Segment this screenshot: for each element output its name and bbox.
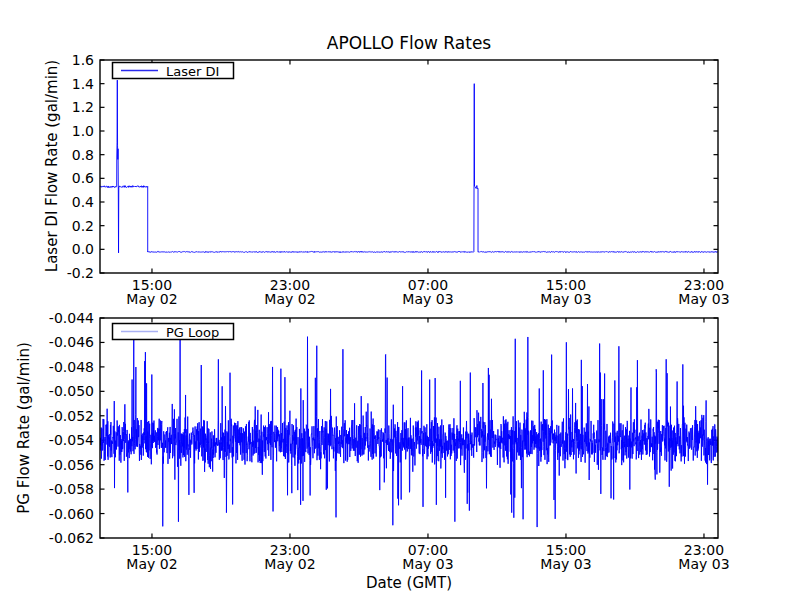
y-tick-label: -0.054 — [49, 432, 94, 448]
y-axis-label-laser-di: Laser DI Flow Rate (gal/min) — [43, 60, 61, 272]
y-tick-label: -0.060 — [49, 506, 94, 522]
y-tick-label: -0.044 — [49, 310, 94, 326]
y-tick-label: -0.052 — [49, 408, 94, 424]
x-tick-date-label: May 03 — [540, 556, 591, 572]
y-tick-label: 1.0 — [72, 123, 94, 139]
x-tick-date-label: May 03 — [540, 291, 591, 307]
y-axis-label-pg: PG Flow Rate (gal/min) — [15, 342, 33, 514]
axes-frame — [100, 60, 718, 273]
y-tick-label: -0.2 — [67, 265, 94, 281]
legend-pg-loop: PG Loop — [113, 324, 234, 340]
figure: 1.61.41.21.00.80.60.40.20.0-0.215:00May … — [0, 0, 800, 600]
y-tick-label: -0.050 — [49, 383, 94, 399]
x-tick-date-label: May 03 — [678, 556, 729, 572]
y-tick-label: 0.0 — [72, 241, 94, 257]
series-line-laser-di-subplot — [100, 80, 718, 253]
x-tick-date-label: May 02 — [126, 556, 177, 572]
y-tick-label: 1.4 — [72, 76, 94, 92]
chart-title: APOLLO Flow Rates — [327, 33, 492, 53]
y-tick-label: 1.6 — [72, 52, 94, 68]
x-tick-date-label: May 03 — [678, 291, 729, 307]
plots-layer: 1.61.41.21.00.80.60.40.20.0-0.215:00May … — [49, 52, 730, 572]
y-tick-label: -0.056 — [49, 457, 94, 473]
y-tick-label: 0.2 — [72, 218, 94, 234]
x-tick-date-label: May 02 — [264, 291, 315, 307]
y-tick-label: -0.062 — [49, 530, 94, 546]
legend-label: PG Loop — [166, 325, 219, 340]
y-tick-label: -0.046 — [49, 334, 94, 350]
y-tick-label: -0.048 — [49, 359, 94, 375]
x-tick-date-label: May 02 — [264, 556, 315, 572]
y-tick-label: 0.6 — [72, 170, 94, 186]
x-tick-date-label: May 02 — [126, 291, 177, 307]
y-tick-label: 1.2 — [72, 99, 94, 115]
x-tick-date-label: May 03 — [402, 291, 453, 307]
plot-canvas: 1.61.41.21.00.80.60.40.20.0-0.215:00May … — [0, 0, 800, 600]
legend-label: Laser DI — [166, 64, 219, 79]
y-tick-label: 0.8 — [72, 147, 94, 163]
y-tick-label: -0.058 — [49, 481, 94, 497]
x-tick-date-label: May 03 — [402, 556, 453, 572]
x-axis-label: Date (GMT) — [366, 574, 452, 592]
y-tick-label: 0.4 — [72, 194, 94, 210]
series-line-pg-loop-subplot — [100, 337, 718, 527]
legend-laser-di: Laser DI — [113, 63, 234, 79]
